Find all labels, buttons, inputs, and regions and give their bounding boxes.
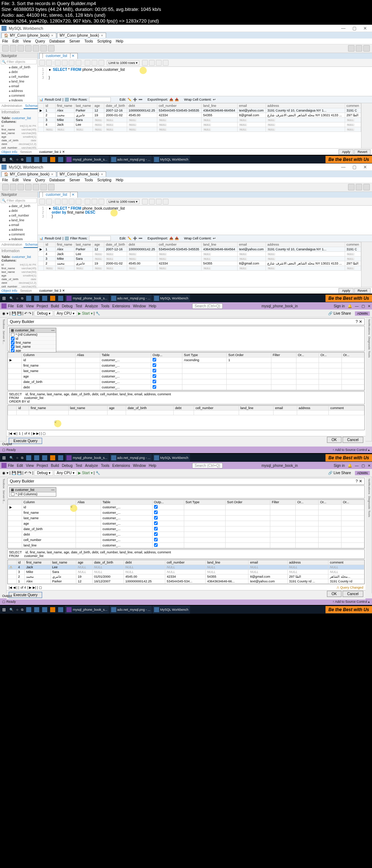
session-tab[interactable]: Session (19, 149, 33, 155)
object-info-tab[interactable]: Object Info (0, 149, 19, 155)
menu-item[interactable]: Debug (62, 464, 72, 468)
find-icon[interactable] (149, 60, 155, 66)
tb-icon[interactable] (17, 45, 24, 52)
search-box[interactable]: Search (Ctrl+Q) (192, 303, 223, 309)
panel-toggle-icon[interactable] (356, 45, 362, 52)
ok-button[interactable]: OK (327, 437, 341, 443)
taskbar-app[interactable]: MySQL Workbench (153, 156, 190, 163)
menu-item[interactable]: File (8, 464, 14, 468)
menu-item[interactable]: Window (133, 304, 146, 308)
app-icon[interactable] (58, 157, 63, 162)
menu-item[interactable]: File (8, 304, 14, 308)
menu-item[interactable]: Tools (101, 304, 109, 308)
menu-item[interactable]: Server (69, 39, 80, 43)
cancel-button[interactable]: Cancel (343, 437, 363, 443)
close-icon[interactable]: ✕ (359, 319, 362, 324)
menu-item[interactable]: Build (51, 304, 59, 308)
close-button[interactable]: ✕ (360, 26, 371, 31)
config-dropdown[interactable]: Debug ▾ (35, 311, 53, 316)
taskbar-app[interactable]: ado.net_mysql.png - ... (110, 156, 152, 163)
search-icon[interactable]: 🔍 (8, 156, 15, 163)
ok-button[interactable]: OK (327, 591, 341, 597)
sql-editor[interactable]: 1● SELECT * FROM phone_book.customer_lis… (38, 67, 372, 96)
schema-tree[interactable]: date_of_birthdebtcell_numberland_lineema… (0, 65, 37, 103)
liveshare-button[interactable]: Live Share (333, 311, 351, 315)
firefox-icon[interactable] (50, 157, 55, 162)
notifications-icon[interactable]: 🔔 (348, 304, 352, 308)
limit-dropdown[interactable]: Limit to 1000 rows ▾ (107, 60, 140, 65)
menu-item[interactable]: Server (69, 178, 80, 182)
result-grid[interactable]: idfirst_namelast_nameagedate_of_birthdeb… (38, 103, 372, 148)
menu-item[interactable]: Debug (62, 304, 72, 308)
close-icon[interactable]: ✕ (51, 34, 54, 37)
cortana-icon[interactable]: ○ (15, 156, 20, 163)
menu-item[interactable]: File (2, 178, 8, 182)
menu-item[interactable]: Help (149, 464, 156, 468)
admin-tab[interactable]: Administration (0, 103, 24, 109)
menu-item[interactable]: Tools (101, 464, 109, 468)
menu-item[interactable]: View (26, 464, 34, 468)
menu-item[interactable]: Build (51, 464, 59, 468)
tb-icon[interactable] (25, 45, 32, 52)
query-tab[interactable]: customer_list ✕ (39, 53, 78, 59)
explorer-icon[interactable] (34, 157, 39, 162)
maximize-button[interactable]: ▢ (349, 26, 360, 31)
wrap-icon[interactable] (163, 60, 169, 66)
menu-item[interactable]: View (23, 39, 31, 43)
minimize-button[interactable]: — (338, 26, 349, 31)
start-button[interactable]: ▶ Start ▾ (78, 311, 93, 315)
menu-item[interactable]: View (26, 304, 34, 308)
menu-item[interactable]: Help (149, 304, 156, 308)
tb-icon[interactable] (33, 45, 39, 52)
menu-item[interactable]: Edit (17, 464, 23, 468)
panel-toggle-icon[interactable] (363, 45, 370, 52)
taskview-icon[interactable]: ⧉ (20, 156, 25, 163)
diagram-pane[interactable]: ▦ customer_list— * (All Columns) id firs… (7, 326, 365, 351)
menu-item[interactable]: Extensions (112, 304, 130, 308)
platform-dropdown[interactable]: Any CPU ▾ (54, 311, 77, 316)
menu-item[interactable]: Project (37, 304, 48, 308)
menu-item[interactable]: Test (76, 304, 82, 308)
menu-item[interactable]: Tools (84, 39, 93, 43)
menu-item[interactable]: Edit (17, 304, 23, 308)
menu-item[interactable]: Extensions (112, 464, 130, 468)
open-icon[interactable] (39, 60, 45, 66)
tb-icon[interactable] (48, 45, 54, 52)
tb-icon[interactable] (40, 45, 47, 52)
menu-item[interactable]: Test (76, 464, 82, 468)
conn-tab[interactable]: 🏠MY_Conn (phone_book)✕ (1, 33, 56, 38)
criteria-grid[interactable]: ColumnAliasTableOutp...Sort TypeSort Ord… (7, 352, 365, 391)
save-icon[interactable] (46, 60, 52, 66)
menu-item[interactable]: Analyze (85, 464, 98, 468)
results-pane[interactable]: idfirst_namelast_nameagedate_of_birthdeb… (7, 405, 365, 430)
execute-button[interactable]: Execute Query (9, 592, 42, 598)
menu-item[interactable]: Edit (12, 178, 19, 182)
toolbox-sidebar[interactable]: Toolbox Server E... (0, 318, 7, 441)
execute-button[interactable]: Execute Query (9, 438, 42, 444)
menu-item[interactable]: View (23, 178, 31, 182)
menu-item[interactable]: Database (49, 39, 65, 43)
right-sidebar[interactable]: Notifications Diagnostic Tools (365, 318, 372, 441)
stop-icon[interactable] (76, 60, 81, 66)
menu-item[interactable]: Edit (12, 39, 19, 43)
store-icon[interactable] (42, 157, 47, 162)
menu-item[interactable]: Scripting (97, 39, 112, 43)
beautify-icon[interactable] (142, 60, 148, 66)
taskbar-app[interactable]: mysql_phone_book_s... (65, 156, 109, 163)
conn-tab[interactable]: MY_Conn (phone_book)✕ (57, 33, 106, 38)
revert-button[interactable]: Revert (354, 149, 371, 154)
help-icon[interactable]: ? (356, 319, 358, 324)
invisible-icon[interactable] (156, 60, 162, 66)
table-box[interactable]: ▦ customer_list— * (All Columns) id firs… (9, 328, 56, 353)
sql-editor[interactable]: 1● SELECT * FROM phone_book.customer_lis… (38, 206, 372, 235)
edge-icon[interactable] (26, 157, 31, 162)
panel-toggle-icon[interactable] (348, 45, 355, 52)
menu-item[interactable]: Analyze (85, 304, 98, 308)
execute-icon[interactable] (55, 60, 61, 66)
menu-item[interactable]: Database (49, 178, 65, 182)
menu-item[interactable]: Project (37, 464, 48, 468)
menu-item[interactable]: Query (35, 178, 45, 182)
new-sql-icon[interactable] (2, 45, 9, 52)
menu-item[interactable]: Tools (84, 178, 93, 182)
menu-item[interactable]: Query (35, 39, 45, 43)
